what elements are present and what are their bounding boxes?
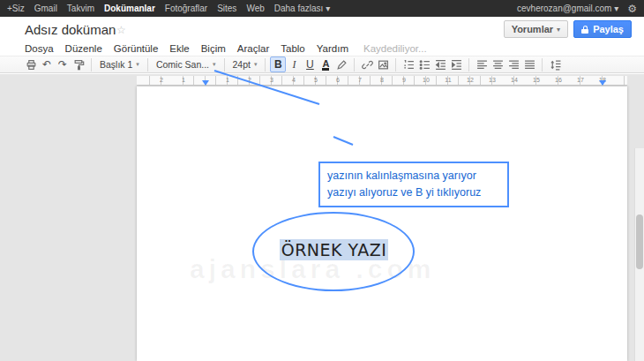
paragraph-style-dropdown[interactable]: Başlık 1▾	[96, 56, 143, 72]
menu-format[interactable]: Biçim	[201, 43, 226, 54]
ruler-number: 1	[182, 77, 185, 83]
annotation-line-1: yazının kalınlaşmasına yarıyor	[327, 168, 500, 184]
ruler-number: 2	[160, 77, 163, 83]
menu-tools[interactable]: Araçlar	[237, 43, 269, 54]
align-left-icon[interactable]	[474, 56, 490, 72]
toolbar-separator	[395, 58, 396, 71]
share-button-label: Paylaş	[593, 24, 624, 34]
font-size-dropdown[interactable]: 24pt▾	[229, 56, 261, 72]
insert-image-icon[interactable]	[375, 56, 391, 72]
toolbar-separator	[468, 58, 469, 71]
align-right-icon[interactable]	[505, 56, 521, 72]
chevron-down-icon: ▾	[136, 61, 139, 68]
saving-status: Kaydediliyor...	[363, 43, 427, 54]
toolbar-separator	[91, 58, 92, 71]
ruler-number: 3	[270, 77, 273, 83]
ruler-number: 16	[555, 77, 562, 83]
account-menu[interactable]: cevherozan@gmail.com ▾	[517, 4, 618, 13]
menu-file[interactable]: Dosya	[25, 43, 54, 54]
annotation-callout: yazının kalınlaşmasına yarıyor yazıyı al…	[318, 162, 509, 207]
undo-icon[interactable]: ↶	[39, 56, 55, 72]
google-bar: +Siz Gmail Takvim Dokümanlar Fotoğraflar…	[0, 0, 644, 17]
ruler-number: 12	[467, 77, 474, 83]
redo-icon[interactable]: ↷	[55, 56, 71, 72]
ruler-number: 13	[489, 77, 496, 83]
annotation-line-2: yazıyı alıyoruz ve B yi tıklıyoruz	[327, 184, 500, 201]
nav-web[interactable]: Web	[246, 4, 264, 13]
star-icon[interactable]: ☆	[116, 24, 126, 36]
chevron-down-icon: ▾	[254, 61, 258, 68]
highlight-color-icon[interactable]	[333, 56, 349, 72]
menu-bar: Dosya Düzenle Görüntüle Ekle Biçim Araçl…	[25, 42, 427, 55]
scrollbar-thumb[interactable]	[636, 214, 643, 269]
align-center-icon[interactable]	[490, 56, 505, 72]
document-area: 2 1 1 2 3 4 5 6 7 8 9 10 11 12 13 14 15 …	[0, 74, 644, 361]
italic-button[interactable]: I	[286, 56, 302, 72]
ruler-number: 9	[402, 77, 406, 83]
indent-decrease-icon[interactable]	[432, 56, 448, 72]
numbered-list-icon[interactable]	[401, 56, 416, 72]
comments-button-label: Yorumlar	[512, 24, 553, 34]
toolbar-separator	[265, 58, 266, 71]
ruler-number: 17	[577, 77, 584, 83]
align-justify-icon[interactable]	[521, 56, 537, 72]
toolbar-separator	[542, 58, 543, 71]
ruler-number: 6	[336, 77, 340, 83]
ruler-number: 8	[380, 77, 384, 83]
ruler-number: 7	[358, 77, 362, 83]
menu-view[interactable]: Görüntüle	[114, 43, 159, 54]
nav-more-menu[interactable]: Daha fazlası ▾	[274, 4, 330, 13]
ruler: 2 1 1 2 3 4 5 6 7 8 9 10 11 12 13 14 15 …	[137, 76, 627, 86]
insert-link-icon[interactable]	[359, 56, 375, 72]
line-spacing-icon[interactable]	[547, 56, 563, 72]
bulleted-list-icon[interactable]	[416, 56, 432, 72]
left-indent-marker[interactable]	[202, 80, 209, 86]
toolbar-separator	[354, 58, 355, 71]
print-icon[interactable]	[23, 56, 39, 72]
menu-insert[interactable]: Ekle	[169, 43, 189, 54]
gear-icon[interactable]: ⚙	[627, 3, 637, 15]
nav-plus-you[interactable]: +Siz	[7, 4, 25, 13]
ruler-number: 10	[423, 77, 430, 83]
toolbar-separator	[147, 58, 148, 71]
ruler-number: 11	[445, 77, 451, 83]
right-indent-marker[interactable]	[599, 80, 606, 86]
ruler-number: 4	[292, 77, 296, 83]
bold-button[interactable]: B	[270, 56, 286, 72]
underline-button[interactable]: U	[302, 56, 318, 72]
ruler-number: 2	[248, 77, 251, 83]
menu-table[interactable]: Tablo	[281, 43, 305, 54]
chevron-down-icon: ▾	[213, 61, 216, 68]
menu-help[interactable]: Yardım	[317, 43, 348, 54]
nav-sites[interactable]: Sites	[217, 4, 236, 13]
toolbar-separator	[224, 58, 225, 71]
nav-gmail[interactable]: Gmail	[34, 4, 57, 13]
comments-button[interactable]: Yorumlar ▾	[504, 20, 569, 38]
ruler-number: 14	[511, 77, 518, 83]
text-color-button[interactable]: A	[318, 56, 333, 72]
menu-edit[interactable]: Düzenle	[65, 43, 102, 54]
document-title[interactable]: Adsız doküman	[25, 22, 116, 37]
lock-icon	[581, 26, 588, 34]
chevron-down-icon: ▾	[557, 26, 560, 34]
indent-increase-icon[interactable]	[448, 56, 464, 72]
ruler-number: 1	[226, 77, 229, 83]
header: Adsız doküman ☆ Yorumlar ▾ Paylaş	[0, 17, 644, 41]
nav-calendar[interactable]: Takvim	[67, 4, 94, 13]
nav-documents[interactable]: Dokümanlar	[104, 4, 155, 13]
nav-photos[interactable]: Fotoğraflar	[165, 4, 207, 13]
paint-format-icon[interactable]	[71, 56, 86, 72]
selected-text[interactable]: ÖRNEK YAZI	[261, 240, 407, 259]
toolbar: ↶ ↷ Başlık 1▾ Comic San...▾ 24pt▾ B I U …	[0, 56, 644, 73]
share-button[interactable]: Paylaş	[573, 20, 632, 38]
ruler-number: 15	[533, 77, 540, 83]
font-family-dropdown[interactable]: Comic San...▾	[153, 56, 220, 72]
vertical-scrollbar[interactable]	[634, 148, 644, 361]
ruler-number: 5	[314, 77, 318, 83]
